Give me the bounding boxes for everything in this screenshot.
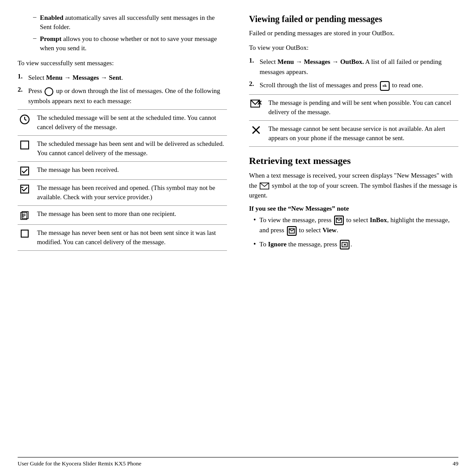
section2-para1: When a text message is received, your sc… xyxy=(249,171,458,201)
sym-row-multipage: The message has been sent to more than o… xyxy=(18,206,227,225)
checkbox-check-icon xyxy=(18,165,32,176)
ignore-btn-icon xyxy=(340,240,350,249)
subsection-title: If you see the “New Messages” note xyxy=(249,205,458,212)
bullet-view-text: To view the message, press to select InB… xyxy=(260,215,458,236)
bullet-prompt: – Prompt allows you to choose whether or… xyxy=(31,34,227,53)
step-2-text: Press up or down through the list of mes… xyxy=(28,86,227,106)
section1-para2: To view your OutBox: xyxy=(249,43,458,53)
sym-desc-checkbox: The scheduled message has been sent and … xyxy=(37,139,227,158)
section1-para1: Failed or pending messages are stored in… xyxy=(249,28,458,38)
ok-button-icon: ok xyxy=(380,81,390,91)
nav-circle-icon xyxy=(45,87,53,96)
footer: User Guide for the Kyocera Slider Remix … xyxy=(18,457,458,467)
sym-row-square: The message has never been sent or has n… xyxy=(18,225,227,251)
sym-row-clock: The scheduled message will be sent at th… xyxy=(18,110,227,136)
step-1: 1. Select Menu → Messages → Sent. xyxy=(18,73,227,83)
checkbox-check-open-icon xyxy=(18,183,32,194)
content-area: – Enabled automatically saves all succes… xyxy=(18,13,458,453)
x-icon xyxy=(249,124,263,135)
right-sym-row-x: The message cannot be sent because servi… xyxy=(249,121,458,147)
sym-desc-square: The message has never been sent or has n… xyxy=(37,228,227,247)
bullet-view: • To view the message, press to select I… xyxy=(253,215,458,236)
svg-line-2 xyxy=(25,119,26,120)
right-step-1-text: Select Menu → Messages → OutBox. A list … xyxy=(260,57,458,77)
sym-row-checkbox: The scheduled message has been sent and … xyxy=(18,136,227,162)
step-1-text: Select Menu → Messages → Sent. xyxy=(28,73,227,83)
symbol-table: The scheduled message will be sent at th… xyxy=(18,109,227,251)
view-sent-para: To view successfully sent messages: xyxy=(18,58,227,68)
page: – Enabled automatically saves all succes… xyxy=(0,0,476,476)
svg-rect-5 xyxy=(21,185,29,193)
right-column: Viewing failed or pending messages Faile… xyxy=(245,13,458,453)
bullet-enabled-text: Enabled automatically saves all successf… xyxy=(40,13,227,32)
svg-rect-4 xyxy=(21,167,29,175)
sym-desc-clock: The scheduled message will be sent at th… xyxy=(37,113,227,132)
select-btn-icon xyxy=(287,226,297,236)
left-column: – Enabled automatically saves all succes… xyxy=(18,13,231,453)
footer-right: 49 xyxy=(453,460,458,467)
bullet-dot-list: • To view the message, press to select I… xyxy=(253,215,458,250)
dash-prompt: – xyxy=(33,34,37,53)
bullet-ignore-text: To Ignore the message, press . xyxy=(260,239,458,250)
footer-left: User Guide for the Kyocera Slider Remix … xyxy=(18,460,141,467)
right-sym-desc-x: The message cannot be sent because servi… xyxy=(268,124,458,143)
step-2-num: 2. xyxy=(18,86,26,106)
step-2: 2. Press up or down through the list of … xyxy=(18,86,227,106)
square-icon xyxy=(18,228,32,238)
right-step-1-num: 1. xyxy=(249,57,258,77)
sym-desc-multipage: The message has been sent to more than o… xyxy=(37,209,227,219)
svg-rect-3 xyxy=(21,141,29,149)
inbox-btn-icon xyxy=(334,216,344,225)
enabled-label: Enabled xyxy=(40,14,63,21)
right-step-2-num: 2. xyxy=(249,80,258,91)
step-1-num: 1. xyxy=(18,73,26,83)
right-step-1: 1. Select Menu → Messages → OutBox. A li… xyxy=(249,57,458,77)
bullet-enabled: – Enabled automatically saves all succes… xyxy=(31,13,227,32)
sym-row-checkbox-check-open: The message has been received and opened… xyxy=(18,180,227,206)
bullet-ignore: • To Ignore the message, press . xyxy=(253,239,458,250)
pending-envelope-icon xyxy=(249,98,263,109)
right-step-2: 2. Scroll through the list of messages a… xyxy=(249,80,458,91)
dot-ignore: • xyxy=(253,239,256,249)
section1-title: Viewing failed or pending messages xyxy=(249,13,458,25)
enabled-desc: automatically saves all successfully sen… xyxy=(40,14,215,30)
prompt-label: Prompt xyxy=(40,35,62,42)
dot-view: • xyxy=(253,215,256,225)
sym-desc-checkbox-check-open: The message has been received and opened… xyxy=(37,183,227,202)
intro-bullets: – Enabled automatically saves all succes… xyxy=(31,13,227,53)
checkbox-icon xyxy=(18,139,32,150)
right-symbol-table: The message is pending and will be sent … xyxy=(249,94,458,147)
sym-row-checkbox-check: The message has been received. xyxy=(18,162,227,180)
svg-rect-12 xyxy=(21,230,28,237)
sym-desc-checkbox-check: The message has been received. xyxy=(37,165,227,175)
right-step-2-text: Scroll through the list of messages and … xyxy=(260,80,458,91)
bullet-prompt-text: Prompt allows you to choose whether or n… xyxy=(40,34,227,53)
section2-title: Retrieving text messages xyxy=(249,155,458,167)
right-sym-row-pending: The message is pending and will be sent … xyxy=(249,95,458,121)
dash-enabled: – xyxy=(33,13,37,32)
clock-icon xyxy=(18,113,32,125)
multipage-icon xyxy=(18,209,32,221)
right-sym-desc-pending: The message is pending and will be sent … xyxy=(268,98,458,117)
prompt-desc: allows you to choose whether or not to s… xyxy=(40,35,217,52)
